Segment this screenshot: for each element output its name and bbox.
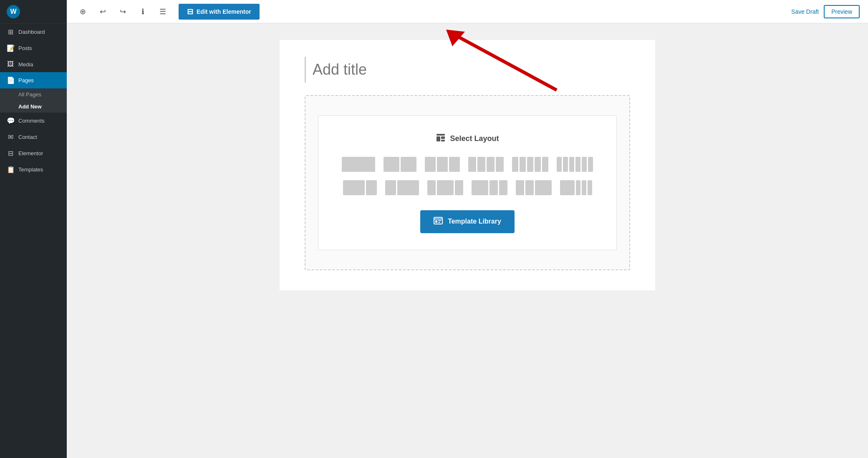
layout-4col[interactable] [467,155,505,174]
menu-button[interactable]: ☰ [155,4,170,19]
layout-2-1-1col[interactable] [470,179,509,197]
add-button[interactable]: ⊕ [75,4,90,19]
sidebar-item-label: Comments [18,118,45,124]
elementor-icon: ⊟ [7,149,14,157]
info-button[interactable]: ℹ [135,4,150,19]
layout-row-1 [340,155,595,174]
col-block [535,157,541,172]
col-block [575,157,580,172]
col-block [496,157,504,172]
sidebar: W ⊞ Dashboard 📝 Posts 🖼 Media 📄 Pages Al… [0,0,67,458]
elementor-inner-box: Select Layout [318,116,617,250]
col-block [563,157,568,172]
svg-rect-5 [441,136,445,139]
layout-row-2 [341,179,594,197]
col-block [560,180,575,195]
col-block [385,180,396,195]
main-area: ⊕ ↩ ↪ ℹ ☰ ⊟ Edit with Elementor Save Dra… [67,0,868,458]
sidebar-item-label: Templates [18,166,43,173]
sidebar-item-label: Elementor [18,150,43,156]
contact-icon: ✉ [7,133,14,141]
layout-1-2-1col[interactable] [426,179,465,197]
layout-5col[interactable] [510,155,550,174]
edit-elementor-button[interactable]: ⊟ Edit with Elementor [179,4,260,20]
layout-3-1-1-1col[interactable] [558,179,594,197]
template-library-button[interactable]: Template Library [420,210,515,233]
svg-rect-8 [435,220,437,223]
col-block [449,157,460,172]
col-block [520,157,526,172]
col-block [582,180,586,195]
preview-button[interactable]: Preview [824,5,860,18]
col-block [490,180,498,195]
layout-1col[interactable] [340,155,377,174]
save-draft-button[interactable]: Save Draft [791,8,819,15]
add-new-link[interactable]: Add New [0,101,67,113]
svg-rect-9 [438,220,441,221]
col-block [535,180,552,195]
add-icon: ⊕ [80,7,86,16]
col-block [527,157,533,172]
col-block [588,157,593,172]
layout-icon [436,133,446,145]
sidebar-item-pages[interactable]: 📄 Pages [0,72,67,88]
col-block [569,157,574,172]
col-block [487,157,495,172]
sidebar-item-comments[interactable]: 💬 Comments [0,113,67,129]
edit-elementor-label: Edit with Elementor [197,8,251,15]
col-block [512,157,518,172]
svg-rect-4 [437,136,440,141]
layout-3col[interactable] [423,155,462,174]
wp-logo-icon: W [7,5,20,18]
col-block [455,180,463,195]
layout-1-2col[interactable] [384,179,421,197]
sidebar-item-label: Posts [18,45,32,51]
sidebar-item-templates[interactable]: 📋 Templates [0,161,67,178]
svg-rect-6 [441,140,445,141]
col-block [557,157,562,172]
sidebar-item-contact[interactable]: ✉ Contact [0,129,67,145]
col-block [588,180,592,195]
comments-icon: 💬 [7,117,14,125]
redo-button[interactable]: ↪ [115,4,130,19]
layout-6col[interactable] [555,155,595,174]
col-block [366,180,377,195]
page-content: Select Layout [280,40,655,290]
col-block [499,180,507,195]
menu-icon: ☰ [159,7,166,16]
all-pages-link[interactable]: All Pages [0,88,67,101]
col-block [468,157,476,172]
col-block [516,180,524,195]
layout-1-1-2col[interactable] [514,179,553,197]
page-title-input[interactable] [305,57,630,83]
media-icon: 🖼 [7,60,14,68]
col-block [437,157,448,172]
toolbar-right: Save Draft Preview [791,5,860,18]
col-block [582,157,587,172]
select-layout-label: Select Layout [450,134,499,143]
layout-2col[interactable] [382,155,418,174]
svg-rect-3 [437,134,445,136]
info-icon: ℹ [141,7,144,16]
col-block [343,180,365,195]
col-block [401,157,416,172]
redo-icon: ↪ [120,7,126,16]
layout-2-1col[interactable] [341,179,378,197]
col-block [576,180,580,195]
sidebar-item-elementor[interactable]: ⊟ Elementor [0,145,67,161]
sidebar-item-label: Dashboard [18,29,45,35]
svg-rect-10 [438,222,440,223]
sidebar-item-label: Contact [18,134,37,140]
col-block [427,180,436,195]
sidebar-item-media[interactable]: 🖼 Media [0,56,67,72]
wp-logo: W [0,0,67,24]
template-library-label: Template Library [448,218,501,225]
templates-icon: 📋 [7,166,14,174]
col-block [525,180,534,195]
dashboard-icon: ⊞ [7,28,14,36]
col-block [542,157,548,172]
undo-icon: ↩ [100,7,106,16]
sidebar-item-dashboard[interactable]: ⊞ Dashboard [0,24,67,40]
sidebar-item-posts[interactable]: 📝 Posts [0,40,67,56]
undo-button[interactable]: ↩ [95,4,110,19]
